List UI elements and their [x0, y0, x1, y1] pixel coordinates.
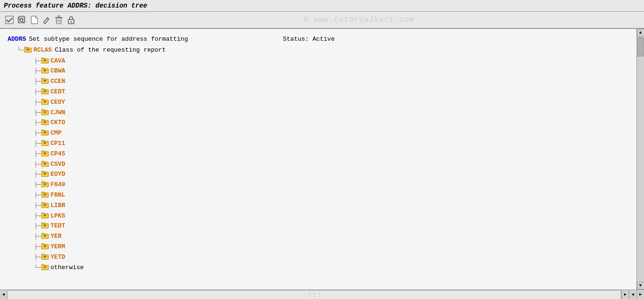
leaf-connector: ├─ — [34, 201, 41, 210]
leaf-label: YERM — [50, 242, 65, 252]
root-node: ADDRS Set subtype sequence for address f… — [8, 35, 633, 45]
scroll-down-button[interactable]: ▼ — [637, 282, 644, 290]
lock-icon[interactable] — [65, 14, 77, 26]
leaf-nodes-container: ├─ CAVA├─ CBWA├─ CCEN├─ CEDT├─ CEOY├─ — [8, 56, 633, 273]
leaf-node: ├─ FBNL — [34, 190, 633, 200]
leaf-label: LPKS — [50, 211, 65, 221]
leaf-node: ├─ YER — [34, 232, 633, 242]
leaf-node: ├─ CEOY — [34, 98, 633, 108]
leaf-label: CP45 — [50, 149, 65, 159]
leaf-connector: ├─ — [34, 118, 41, 127]
leaf-label: CAVA — [50, 56, 65, 66]
leaf-node: ├─ LPKS — [34, 211, 633, 221]
svg-marker-6 — [31, 16, 37, 24]
next-page-button[interactable]: ► — [636, 290, 644, 299]
branch-connector: └─ — [17, 46, 24, 55]
leaf-connector: ├─ — [34, 109, 41, 118]
leaf-connector: ├─ — [34, 243, 41, 252]
leaf-connector: ├─ — [34, 181, 41, 190]
leaf-folder-icon — [41, 254, 49, 263]
leaf-folder-icon — [41, 57, 49, 67]
leaf-node: ├─ CEDT — [34, 87, 633, 97]
leaf-folder-icon — [41, 171, 49, 181]
leaf-label: CMP — [50, 128, 61, 138]
scroll-right-button[interactable]: ► — [621, 290, 629, 299]
leaf-node: ├─ CBWA — [34, 66, 633, 76]
leaf-connector: ├─ — [34, 222, 41, 231]
leaf-node: ├─ LIBR — [34, 201, 633, 211]
leaf-label: CSVD — [50, 160, 65, 170]
leaf-connector: ├─ — [34, 98, 41, 107]
leaf-connector: ├─ — [34, 232, 41, 241]
leaf-label: otherwise — [50, 263, 83, 273]
leaf-folder-icon — [41, 191, 49, 201]
leaf-folder-icon — [41, 222, 49, 232]
leaf-connector: └─ — [34, 263, 41, 272]
scroll-thumb[interactable] — [637, 37, 644, 56]
leaf-folder-icon — [41, 264, 49, 274]
root-description: Set subtype sequence for address formatt… — [29, 35, 188, 45]
leaf-node: ├─ CP45 — [34, 149, 633, 159]
leaf-node: ├─ EOYD — [34, 170, 633, 180]
horizontal-scroll-area[interactable]: ⋮⋮⋮ — [8, 290, 621, 299]
leaf-folder-icon — [41, 212, 49, 222]
leaf-label: TEDT — [50, 221, 65, 231]
tree-container[interactable]: ADDRS Set subtype sequence for address f… — [4, 33, 636, 286]
branch-label: RCLAS — [33, 45, 52, 55]
leaf-label: EOYD — [50, 170, 65, 180]
leaf-node: ├─ YETD — [34, 253, 633, 263]
svg-line-5 — [23, 21, 25, 23]
root-status: Status: Active — [283, 35, 334, 45]
leaf-label: CEOY — [50, 98, 65, 108]
leaf-label: YETD — [50, 253, 65, 263]
leaf-node: ├─ CCEN — [34, 77, 633, 87]
scroll-up-button[interactable]: ▲ — [637, 29, 644, 36]
leaf-label: F649 — [50, 180, 65, 190]
leaf-node: ├─ CKTO — [34, 118, 633, 128]
leaf-folder-icon — [41, 140, 49, 150]
leaf-node: └─ otherwise — [34, 263, 633, 273]
leaf-folder-icon — [41, 181, 49, 191]
leaf-folder-icon — [41, 99, 49, 109]
content-area: ADDRS Set subtype sequence for address f… — [0, 29, 636, 290]
leaf-label: YER — [50, 232, 61, 242]
edit-pencil-icon[interactable] — [41, 14, 52, 26]
leaf-node: ├─ CSVD — [34, 160, 633, 170]
leaf-node: ├─ CAVA — [34, 56, 633, 66]
leaf-node: ├─ F649 — [34, 180, 633, 190]
leaf-label: CKTO — [50, 118, 65, 128]
prev-page-button[interactable]: ◄ — [629, 290, 636, 299]
leaf-label: CP11 — [50, 139, 65, 149]
leaf-folder-icon — [41, 202, 49, 212]
leaf-label: CBWA — [50, 66, 65, 76]
leaf-label: FBNL — [50, 190, 65, 200]
scroll-left-button[interactable]: ◄ — [0, 290, 8, 299]
leaf-node: ├─ TEDT — [34, 221, 633, 231]
main-content: ADDRS Set subtype sequence for address f… — [0, 29, 644, 290]
leaf-label: LIBR — [50, 201, 65, 211]
new-doc-icon[interactable] — [28, 14, 40, 26]
leaf-connector: ├─ — [34, 160, 41, 169]
leaf-connector: ├─ — [34, 129, 41, 138]
find-icon[interactable] — [16, 14, 28, 26]
check-icon[interactable] — [4, 14, 15, 26]
leaf-connector: ├─ — [34, 77, 41, 86]
scroll-track[interactable] — [637, 36, 644, 282]
delete-icon[interactable] — [53, 14, 64, 26]
watermark: © www.tutorialkart.com — [78, 16, 640, 24]
root-label: ADDRS — [8, 35, 26, 45]
leaf-folder-icon — [41, 150, 49, 160]
leaf-connector: ├─ — [34, 212, 41, 221]
leaf-connector: ├─ — [34, 57, 41, 66]
leaf-folder-icon — [41, 161, 49, 171]
leaf-folder-icon — [41, 129, 49, 139]
svg-rect-9 — [56, 18, 61, 24]
title-bar: Process feature ADDRS: decision tree — [0, 0, 644, 12]
status-bar: ◄ ⋮⋮⋮ ► ◄ ► — [0, 290, 644, 299]
leaf-connector: ├─ — [34, 150, 41, 159]
right-scrollbar[interactable]: ▲ ▼ — [636, 29, 644, 290]
leaf-folder-icon — [41, 119, 49, 129]
leaf-folder-icon — [41, 243, 49, 253]
svg-point-15 — [71, 21, 72, 23]
tree-root: ADDRS Set subtype sequence for address f… — [8, 35, 633, 272]
